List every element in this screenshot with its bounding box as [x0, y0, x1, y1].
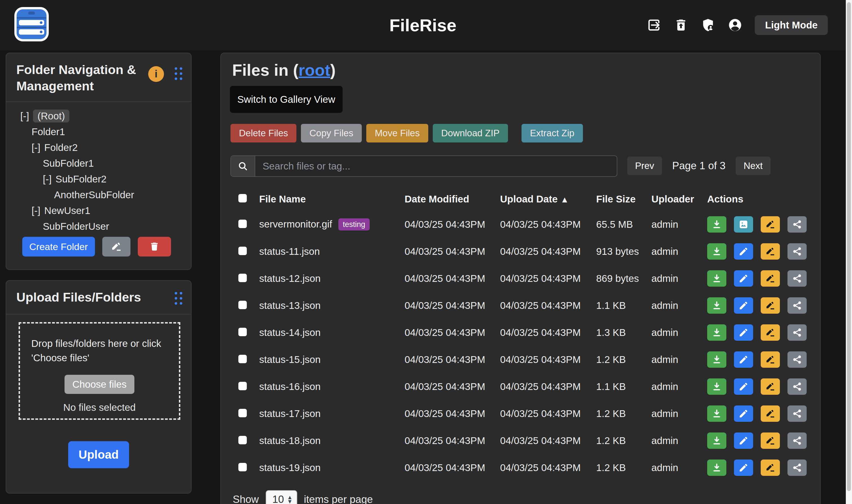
download-button[interactable]	[707, 406, 726, 422]
col-file-name[interactable]: File Name	[259, 194, 306, 205]
file-name[interactable]: status-11.json	[259, 246, 320, 257]
account-icon[interactable]	[728, 18, 743, 32]
share-button[interactable]	[787, 243, 807, 259]
download-button[interactable]	[707, 324, 726, 341]
edit-file-button[interactable]	[734, 460, 753, 476]
file-name[interactable]: status-17.json	[259, 408, 320, 419]
file-tag-badge[interactable]: testing	[338, 218, 370, 231]
tree-folder-label[interactable]: SubFolderUser	[43, 221, 109, 232]
file-name[interactable]: status-18.json	[259, 435, 320, 446]
download-button[interactable]	[707, 432, 726, 449]
share-button[interactable]	[787, 460, 807, 476]
rename-button[interactable]	[761, 243, 780, 259]
rename-button[interactable]	[761, 324, 780, 341]
tree-folder-label[interactable]: SubFolder2	[55, 174, 106, 185]
file-name[interactable]: status-19.json	[259, 462, 320, 473]
share-button[interactable]	[787, 216, 807, 233]
rename-button[interactable]	[761, 352, 780, 368]
search-input[interactable]	[255, 161, 617, 172]
share-button[interactable]	[787, 297, 807, 314]
row-checkbox[interactable]	[238, 409, 247, 417]
download-button[interactable]	[707, 460, 726, 476]
download-button[interactable]	[707, 297, 726, 314]
file-name[interactable]: status-16.json	[259, 381, 320, 392]
download-button[interactable]	[707, 243, 726, 259]
light-mode-button[interactable]: Light Mode	[755, 15, 828, 35]
edit-file-button[interactable]	[734, 297, 753, 314]
row-checkbox[interactable]	[238, 436, 247, 444]
download-zip-button[interactable]: Download ZIP	[433, 124, 508, 142]
row-checkbox[interactable]	[238, 247, 247, 255]
edit-file-button[interactable]	[734, 406, 753, 422]
items-per-page-select[interactable]: 10	[266, 490, 297, 504]
rename-button[interactable]	[761, 378, 780, 395]
download-button[interactable]	[707, 378, 726, 395]
file-name[interactable]: status-15.json	[259, 354, 320, 365]
file-name[interactable]: servermonitor.giftesting	[259, 218, 370, 231]
download-button[interactable]	[707, 216, 726, 233]
tree-folder-label[interactable]: Folder2	[44, 142, 78, 153]
admin-shield-icon[interactable]	[701, 18, 715, 32]
row-checkbox[interactable]	[238, 355, 247, 363]
page-scrollbar[interactable]	[846, 0, 852, 504]
filerise-logo-icon[interactable]	[14, 6, 50, 42]
delete-files-button[interactable]: Delete Files	[230, 124, 296, 142]
row-checkbox[interactable]	[238, 274, 247, 282]
scrollbar-thumb[interactable]	[847, 2, 851, 491]
tree-folder-label[interactable]: Folder1	[32, 126, 65, 138]
file-dropzone[interactable]: Drop files/folders here or click 'Choose…	[19, 322, 180, 420]
download-button[interactable]	[707, 352, 726, 368]
next-page-button[interactable]: Next	[736, 157, 770, 175]
drag-handle-icon[interactable]	[175, 292, 182, 305]
copy-files-button[interactable]: Copy Files	[301, 124, 362, 142]
switch-gallery-view-button[interactable]: Switch to Gallery View	[230, 86, 343, 113]
tree-expander[interactable]: [-]	[32, 142, 40, 153]
rename-button[interactable]	[761, 297, 780, 314]
drag-handle-icon[interactable]	[175, 67, 182, 80]
row-checkbox[interactable]	[238, 328, 247, 336]
col-upload-date[interactable]: Upload Date▲	[500, 194, 569, 205]
edit-file-button[interactable]	[734, 432, 753, 449]
file-name[interactable]: status-14.json	[259, 327, 320, 338]
delete-folder-button[interactable]	[138, 237, 171, 256]
rename-button[interactable]	[761, 460, 780, 476]
edit-file-button[interactable]	[734, 378, 753, 395]
create-folder-button[interactable]: Create Folder	[22, 237, 95, 256]
select-all-checkbox[interactable]	[238, 194, 247, 202]
col-file-size[interactable]: File Size	[596, 194, 636, 205]
tree-expander[interactable]: [-]	[20, 110, 29, 122]
tree-folder-label[interactable]: SubFolder1	[43, 158, 94, 169]
rename-folder-button[interactable]	[102, 237, 131, 256]
logout-icon[interactable]	[647, 18, 661, 32]
row-checkbox[interactable]	[238, 382, 247, 390]
edit-file-button[interactable]	[734, 352, 753, 368]
row-checkbox[interactable]	[238, 220, 247, 228]
col-uploader[interactable]: Uploader	[651, 194, 694, 205]
row-checkbox[interactable]	[238, 463, 247, 471]
edit-file-button[interactable]	[734, 324, 753, 341]
extract-zip-button[interactable]: Extract Zip	[522, 124, 583, 142]
edit-file-button[interactable]	[734, 270, 753, 287]
rename-button[interactable]	[761, 432, 780, 449]
move-files-button[interactable]: Move Files	[366, 124, 428, 142]
rename-button[interactable]	[761, 216, 780, 233]
tree-expander[interactable]: [-]	[32, 205, 40, 216]
file-name[interactable]: status-12.json	[259, 273, 320, 284]
share-button[interactable]	[787, 270, 807, 287]
col-date-modified[interactable]: Date Modified	[404, 194, 469, 205]
tree-folder-label[interactable]: NewUser1	[44, 205, 90, 216]
tree-folder-label[interactable]: AnotherSubFolder	[54, 189, 134, 200]
edit-file-button[interactable]	[734, 243, 753, 259]
info-icon[interactable]: i	[148, 66, 164, 82]
root-folder-link[interactable]: root	[298, 61, 330, 79]
share-button[interactable]	[787, 378, 807, 395]
share-button[interactable]	[787, 432, 807, 449]
prev-page-button[interactable]: Prev	[627, 157, 662, 175]
rename-button[interactable]	[761, 270, 780, 287]
rename-button[interactable]	[761, 406, 780, 422]
share-button[interactable]	[787, 324, 807, 341]
row-checkbox[interactable]	[238, 301, 247, 309]
restore-trash-icon[interactable]	[674, 18, 688, 32]
tree-expander[interactable]: [-]	[43, 174, 52, 185]
tree-folder-label[interactable]: (Root)	[33, 110, 69, 123]
